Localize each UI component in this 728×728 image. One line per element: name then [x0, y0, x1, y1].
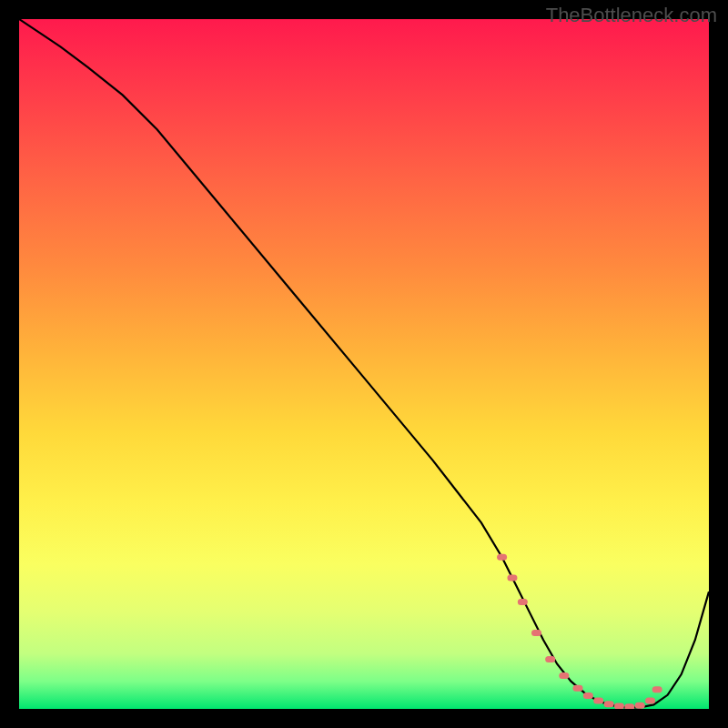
- curve-layer: [19, 19, 709, 709]
- bottleneck-curve-line: [19, 19, 709, 707]
- optimal-dot: [518, 599, 528, 605]
- optimal-dot: [652, 686, 662, 693]
- watermark-text: TheBottleneck.com: [546, 4, 717, 27]
- optimal-dot: [507, 574, 517, 581]
- optimal-dot: [593, 697, 603, 703]
- optimal-dot: [645, 697, 655, 703]
- optimal-dot: [531, 630, 541, 636]
- optimal-dot: [559, 672, 569, 679]
- optimal-dot: [614, 703, 624, 709]
- optimal-range-dots: [497, 554, 662, 709]
- optimal-dot: [583, 693, 593, 699]
- chart-area: [19, 19, 709, 709]
- optimal-dot: [624, 703, 634, 709]
- optimal-dot: [572, 685, 582, 692]
- optimal-dot: [635, 703, 645, 709]
- optimal-dot: [497, 554, 507, 561]
- optimal-dot: [604, 701, 614, 707]
- optimal-dot: [545, 656, 555, 662]
